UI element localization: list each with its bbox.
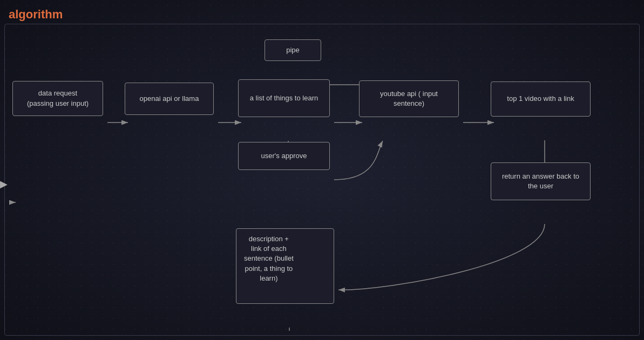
node-list-things: a list of things to learn [238,79,330,117]
title-text: algorithm [9,8,63,21]
node-openai: openai api or llama [125,83,214,115]
node-pipe: pipe [265,39,321,61]
node-return-answer: return an answer back to the user [491,162,591,200]
node-users-approve: user's approve [238,142,330,170]
node-description: description +link of eachsentence (bulle… [236,228,334,304]
node-data-request: data request(passing user input) [12,81,103,116]
page-title: algorithm [9,8,63,22]
node-top-video: top 1 video with a link [491,81,591,117]
left-entry-arrow: ▶ [0,178,8,190]
diagram-container: pipe data request(passing user input) op… [4,24,640,336]
node-youtube: youtube api ( input sentence) [359,80,459,117]
